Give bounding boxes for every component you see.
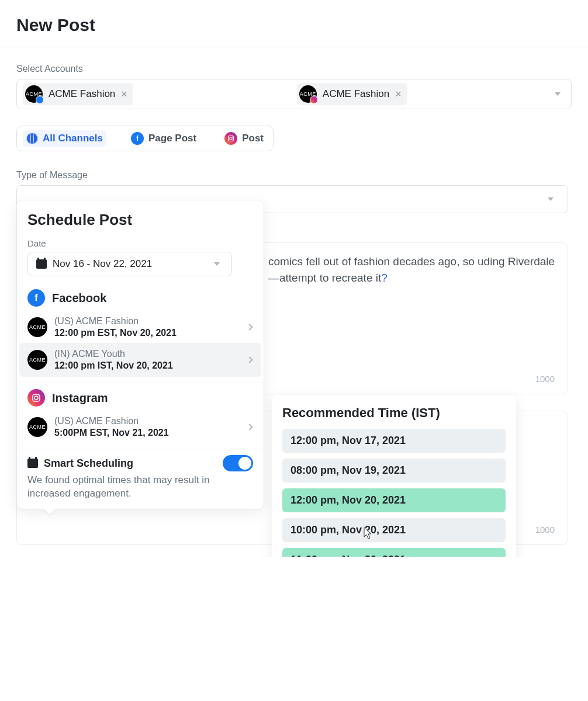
acme-avatar: ACME [27,417,47,437]
popover-tail [44,509,56,515]
network-label: Facebook [52,291,106,305]
chevron-down-icon[interactable] [555,92,561,96]
account-name: (US) ACME Fashion [54,416,240,426]
account-name: ACME Fashion [323,88,389,100]
instagram-icon [27,389,45,407]
remove-account-button[interactable]: × [395,88,402,100]
account-name: ACME Fashion [49,88,115,100]
tab-label: All Channels [43,133,103,144]
acme-avatar: ACME [27,317,47,337]
divider [17,383,264,383]
acme-avatar: ACME [27,350,47,370]
acme-avatar: ACME [25,85,43,103]
select-accounts-label: Select Accounts [16,64,572,74]
date-range-select[interactable]: Nov 16 - Nov 22, 2021 [27,252,232,276]
network-facebook-header: f Facebook [27,289,253,307]
tab-all-channels[interactable]: All Channels [23,130,106,147]
remove-account-button[interactable]: × [121,88,127,100]
tab-label: Page Post [148,133,196,144]
facebook-icon [36,96,44,104]
recommended-slot[interactable]: 12:00 pm, Nov 20, 2021 [282,488,506,512]
accounts-selector[interactable]: ACME ACME Fashion × ACME ACME Fashion × [16,79,572,109]
chevron-right-icon [246,424,253,430]
svg-point-2 [233,137,233,137]
tab-label: Post [242,133,264,144]
scheduled-time: 5:00PM EST, Nov 21, 2021 [54,428,240,438]
recommended-slot[interactable]: 11:00 pm, Nov 20, 2021 [282,548,506,557]
svg-point-4 [34,396,38,400]
chevron-down-icon [548,197,554,201]
network-instagram-header: Instagram [27,389,253,407]
smart-scheduling-row: Smart Scheduling [27,455,253,471]
acme-avatar: ACME [299,85,317,103]
globe-icon [26,133,38,144]
tab-page-post[interactable]: f Page Post [127,130,200,147]
type-of-message-label: Type of Message [16,170,572,181]
schedule-post-popover: Schedule Post Date Nov 16 - Nov 22, 2021… [16,200,264,509]
popover-title: Schedule Post [27,211,253,229]
instagram-icon [310,96,318,104]
divider [0,47,588,47]
scheduled-time: 12:00 pm EST, Nov 20, 2021 [54,328,240,338]
recommended-slot[interactable]: 12:00 pm, Nov 17, 2021 [282,429,506,453]
calendar-icon [27,459,38,468]
schedule-account-row[interactable]: ACME (IN) ACME Youth 12:00 pm IST, Nov 2… [19,343,261,377]
account-name: (US) ACME Fashion [54,316,240,327]
date-range-text: Nov 16 - Nov 22, 2021 [53,258,152,270]
account-chip[interactable]: ACME ACME Fashion × [23,83,133,105]
scheduled-time: 12:00 pm IST, Nov 20, 2021 [54,360,240,371]
chevron-down-icon [214,262,220,266]
schedule-account-row[interactable]: ACME (US) ACME Fashion 5:00PM EST, Nov 2… [27,411,253,443]
channel-tabs: All Channels f Page Post Post [16,126,274,151]
smart-scheduling-toggle[interactable] [223,455,253,471]
schedule-account-row[interactable]: ACME (US) ACME Fashion 12:00 pm EST, Nov… [27,311,253,343]
smart-scheduling-label: Smart Scheduling [44,457,133,470]
instagram-icon [224,132,237,145]
calendar-icon [36,259,47,269]
facebook-icon: f [27,289,45,307]
recommended-title: Recommended Time (IST) [282,405,508,421]
svg-point-5 [38,395,39,395]
facebook-icon: f [131,132,144,145]
svg-point-1 [230,137,233,140]
smart-scheduling-desc: We found optimal times that may result i… [27,474,253,501]
chevron-right-icon [246,356,253,363]
account-name: (IN) ACME Youth [54,349,240,359]
recommended-slot[interactable]: 10:00 pm, Nov 20, 2021 [282,518,506,542]
page-title: New Post [16,15,572,35]
network-label: Instagram [52,391,108,405]
date-label: Date [27,238,253,248]
divider [17,449,264,449]
char-counter: 1000 [535,373,555,386]
message-text: comics fell out of fashion decades ago, … [268,255,555,284]
chevron-right-icon [246,324,253,330]
recommended-slot[interactable]: 08:00 pm, Nov 19, 2021 [282,459,506,483]
recommended-time-panel: Recommended Time (IST) 12:00 pm, Nov 17,… [272,395,516,557]
char-counter: 1000 [535,523,555,536]
account-chip[interactable]: ACME ACME Fashion × [297,83,407,105]
tab-ig-post[interactable]: Post [221,130,267,147]
message-text-q: ? [381,272,388,284]
